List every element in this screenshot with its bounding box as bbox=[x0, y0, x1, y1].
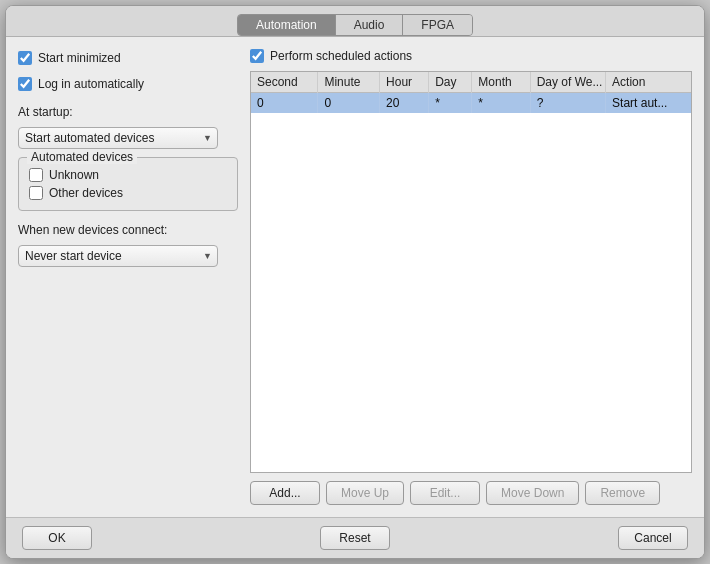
bottom-center: Reset bbox=[320, 526, 390, 550]
col-dayofweek: Day of We... bbox=[530, 72, 605, 93]
tab-audio[interactable]: Audio bbox=[336, 15, 404, 35]
connect-select[interactable]: Never start device Start device bbox=[18, 245, 218, 267]
other-devices-label: Other devices bbox=[49, 186, 123, 200]
table-header-row: Second Minute Hour Day Month Day of We..… bbox=[251, 72, 691, 93]
log-in-auto-row: Log in automatically bbox=[18, 75, 238, 93]
tab-fpga[interactable]: FPGA bbox=[403, 15, 472, 35]
tab-automation[interactable]: Automation bbox=[238, 15, 336, 35]
schedule-table-container: Second Minute Hour Day Month Day of We..… bbox=[250, 71, 692, 473]
automated-devices-title: Automated devices bbox=[27, 150, 137, 164]
add-button[interactable]: Add... bbox=[250, 481, 320, 505]
bottom-right: Cancel bbox=[618, 526, 688, 550]
cancel-button[interactable]: Cancel bbox=[618, 526, 688, 550]
right-panel: Perform scheduled actions Second Minute … bbox=[250, 49, 692, 505]
log-in-auto-checkbox[interactable] bbox=[18, 77, 32, 91]
unknown-checkbox[interactable] bbox=[29, 168, 43, 182]
reset-button[interactable]: Reset bbox=[320, 526, 390, 550]
col-action: Action bbox=[606, 72, 691, 93]
perform-label: Perform scheduled actions bbox=[270, 49, 412, 63]
ok-button[interactable]: OK bbox=[22, 526, 92, 550]
connect-select-wrapper: Never start device Start device ▼ bbox=[18, 245, 218, 267]
startup-select-wrapper: Start automated devices Do not start dev… bbox=[18, 127, 218, 149]
left-panel: Start minimized Log in automatically At … bbox=[18, 49, 238, 505]
col-month: Month bbox=[472, 72, 530, 93]
bottom-bar: OK Reset Cancel bbox=[6, 517, 704, 558]
perform-row: Perform scheduled actions bbox=[250, 49, 692, 63]
unknown-label: Unknown bbox=[49, 168, 99, 182]
move-down-button[interactable]: Move Down bbox=[486, 481, 579, 505]
tab-bar: Automation Audio FPGA bbox=[6, 6, 704, 37]
move-up-button[interactable]: Move Up bbox=[326, 481, 404, 505]
schedule-table: Second Minute Hour Day Month Day of We..… bbox=[251, 72, 691, 113]
col-second: Second bbox=[251, 72, 318, 93]
other-devices-checkbox[interactable] bbox=[29, 186, 43, 200]
edit-button[interactable]: Edit... bbox=[410, 481, 480, 505]
col-day: Day bbox=[429, 72, 472, 93]
col-hour: Hour bbox=[380, 72, 429, 93]
tab-group: Automation Audio FPGA bbox=[237, 14, 473, 36]
automated-devices-group: Automated devices Unknown Other devices bbox=[18, 157, 238, 211]
other-devices-row: Other devices bbox=[29, 184, 227, 202]
at-startup-label: At startup: bbox=[18, 105, 238, 119]
when-connect-label: When new devices connect: bbox=[18, 223, 238, 237]
content-area: Start minimized Log in automatically At … bbox=[6, 37, 704, 517]
start-minimized-checkbox[interactable] bbox=[18, 51, 32, 65]
log-in-auto-label: Log in automatically bbox=[38, 77, 144, 91]
startup-select[interactable]: Start automated devices Do not start dev… bbox=[18, 127, 218, 149]
start-minimized-row: Start minimized bbox=[18, 49, 238, 67]
table-row[interactable]: 0020**?Start aut... bbox=[251, 93, 691, 114]
main-window: Automation Audio FPGA Start minimized Lo… bbox=[5, 5, 705, 559]
start-minimized-label: Start minimized bbox=[38, 51, 121, 65]
remove-button[interactable]: Remove bbox=[585, 481, 660, 505]
perform-checkbox[interactable] bbox=[250, 49, 264, 63]
col-minute: Minute bbox=[318, 72, 380, 93]
unknown-row: Unknown bbox=[29, 166, 227, 184]
action-buttons: Add... Move Up Edit... Move Down Remove bbox=[250, 481, 692, 505]
bottom-left: OK bbox=[22, 526, 92, 550]
